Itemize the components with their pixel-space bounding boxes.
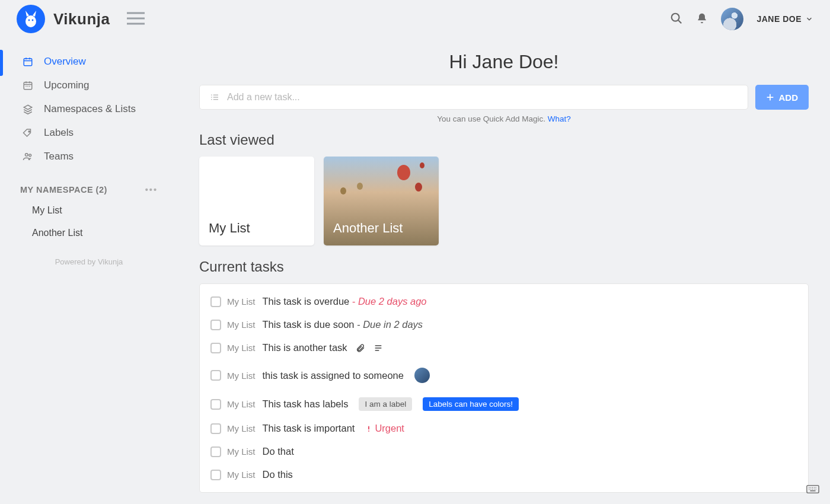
- task-list-tag: My List: [227, 470, 256, 480]
- svg-point-1: [28, 20, 30, 21]
- exclamation-icon: [365, 425, 372, 433]
- priority-urgent: Urgent: [365, 423, 404, 434]
- add-task-input-wrapper[interactable]: [199, 85, 748, 110]
- namespace-list-item[interactable]: My List: [0, 199, 178, 222]
- task-row[interactable]: My List This task is important Urgent: [200, 417, 808, 440]
- svg-point-8: [29, 154, 31, 157]
- svg-point-3: [672, 13, 679, 21]
- svg-point-10: [368, 430, 369, 432]
- app-logo-icon: [17, 5, 45, 33]
- task-list-tag: My List: [227, 446, 256, 457]
- task-checkbox[interactable]: [210, 370, 221, 381]
- add-task-button[interactable]: ADD: [755, 85, 809, 110]
- sidebar-item-label: Overview: [44, 56, 86, 68]
- last-viewed-card-title: Another List: [333, 221, 403, 236]
- add-task-button-label: ADD: [779, 92, 799, 103]
- task-list-tag: My List: [227, 371, 256, 381]
- description-icon: [374, 343, 383, 353]
- task-row[interactable]: My List This is another task: [200, 336, 808, 359]
- task-row[interactable]: My List this task is assigned to someone: [200, 359, 808, 391]
- last-viewed-card[interactable]: My List: [199, 157, 314, 245]
- quick-add-hint-text: You can use Quick Add Magic.: [437, 114, 547, 123]
- decorative-balloon: [397, 165, 410, 180]
- more-icon[interactable]: •••: [145, 185, 158, 194]
- current-tasks-heading: Current tasks: [199, 259, 809, 275]
- quick-add-hint: You can use Quick Add Magic. What?: [199, 114, 809, 123]
- sidebar-item-label: Namespaces & Lists: [44, 103, 136, 115]
- task-list-tag: My List: [227, 343, 256, 353]
- sidebar-item-upcoming[interactable]: Upcoming: [0, 74, 178, 97]
- app-name: Vikunja: [53, 10, 110, 28]
- users-icon: [21, 151, 34, 162]
- header-right: JANE DOE: [670, 8, 813, 30]
- user-menu[interactable]: JANE DOE: [756, 14, 813, 24]
- task-label-chip[interactable]: I am a label: [359, 397, 412, 411]
- namespace-list-item[interactable]: Another List: [0, 222, 178, 244]
- greeting: Hi Jane Doe!: [199, 51, 809, 73]
- task-row[interactable]: My List This task is overdue - Due 2 day…: [200, 290, 808, 313]
- main-content: Hi Jane Doe! ADD You can use Quick Add M…: [178, 38, 830, 504]
- search-icon[interactable]: [670, 12, 683, 27]
- decorative-balloon: [415, 183, 422, 192]
- task-list-tag: My List: [227, 399, 256, 409]
- keyboard-shortcuts-icon[interactable]: [806, 484, 819, 496]
- task-checkbox[interactable]: [210, 446, 221, 457]
- sidebar-item-overview[interactable]: Overview: [0, 50, 178, 74]
- sidebar-item-labels[interactable]: Labels: [0, 121, 178, 145]
- last-viewed-heading: Last viewed: [199, 132, 809, 148]
- decorative-balloon: [420, 162, 424, 168]
- tasks-card: My List This task is overdue - Due 2 day…: [199, 283, 809, 493]
- task-checkbox[interactable]: [210, 470, 221, 480]
- layers-icon: [21, 104, 34, 114]
- sidebar-item-namespaces[interactable]: Namespaces & Lists: [0, 97, 178, 121]
- task-title: This task is important: [263, 423, 355, 434]
- calendar-week-icon: [21, 80, 34, 91]
- chevron-down-icon: [805, 15, 813, 23]
- active-indicator: [0, 50, 3, 76]
- task-list-tag: My List: [227, 320, 256, 330]
- bell-icon[interactable]: [696, 12, 708, 27]
- app-header: Vikunja JANE DOE: [0, 0, 830, 38]
- sidebar: Overview Upcoming Namespaces & Lists Lab…: [0, 38, 178, 504]
- svg-rect-9: [368, 426, 369, 429]
- logo-area: Vikunja: [17, 5, 110, 33]
- task-row[interactable]: My List This task is due soon - Due in 2…: [200, 313, 808, 336]
- svg-point-6: [28, 131, 30, 132]
- task-due-text: Due in 2 days: [363, 319, 423, 330]
- svg-point-2: [32, 20, 34, 21]
- task-checkbox[interactable]: [210, 296, 221, 307]
- sidebar-item-teams[interactable]: Teams: [0, 145, 178, 168]
- attachment-icon: [356, 343, 365, 353]
- svg-rect-4: [24, 59, 32, 66]
- task-checkbox[interactable]: [210, 399, 221, 410]
- task-checkbox[interactable]: [210, 320, 221, 330]
- task-label-chip[interactable]: Labels can have colors!: [423, 397, 519, 411]
- sidebar-item-label: Teams: [44, 151, 74, 162]
- user-name-label: JANE DOE: [756, 14, 802, 24]
- task-row[interactable]: My List Do that: [200, 440, 808, 463]
- last-viewed-row: My List Another List: [199, 157, 809, 245]
- hamburger-icon[interactable]: [127, 12, 145, 27]
- task-checkbox[interactable]: [210, 343, 221, 353]
- task-row[interactable]: My List Do this: [200, 463, 808, 486]
- task-title: This task has labels: [263, 398, 349, 410]
- decorative-balloon: [340, 187, 346, 194]
- assignee-avatar[interactable]: [414, 368, 430, 383]
- avatar[interactable]: [721, 8, 743, 30]
- decorative-balloon: [357, 183, 363, 190]
- task-title: This task is due soon: [263, 319, 355, 330]
- svg-point-0: [25, 15, 36, 27]
- task-checkbox[interactable]: [210, 423, 221, 434]
- tags-icon: [21, 127, 34, 138]
- powered-by: Powered by Vikunja: [0, 257, 178, 266]
- namespace-heading[interactable]: MY NAMESPACE (2) •••: [0, 168, 178, 199]
- last-viewed-card[interactable]: Another List: [324, 157, 439, 245]
- task-row[interactable]: My List This task has labels I am a labe…: [200, 391, 808, 417]
- task-list-tag: My List: [227, 423, 256, 433]
- namespace-heading-label: MY NAMESPACE (2): [20, 185, 107, 194]
- quick-add-hint-link[interactable]: What?: [548, 114, 571, 123]
- priority-urgent-label: Urgent: [375, 423, 404, 434]
- add-task-input[interactable]: [227, 92, 738, 103]
- sidebar-item-label: Labels: [44, 127, 74, 139]
- last-viewed-card-title: My List: [209, 221, 250, 236]
